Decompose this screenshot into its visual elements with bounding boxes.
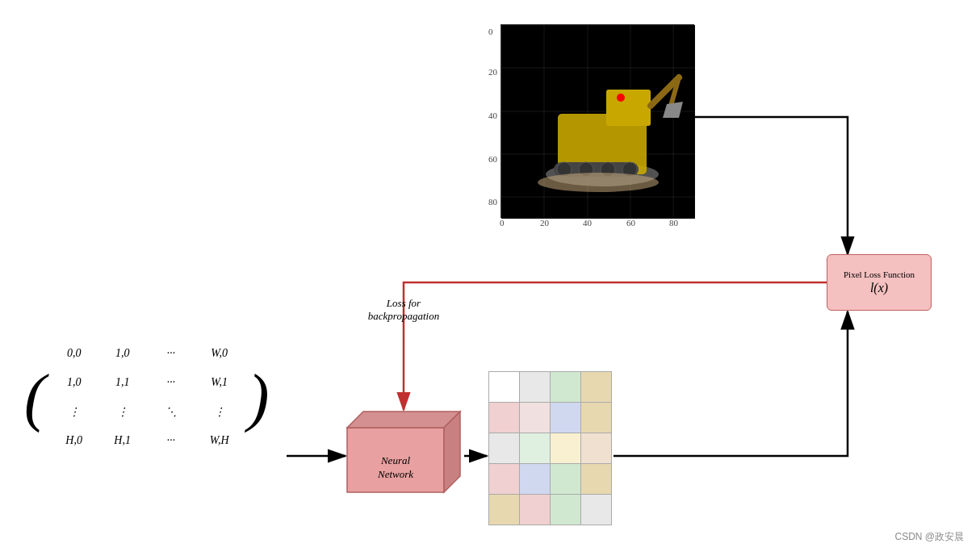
matrix-cell: H,0 <box>65 434 82 447</box>
pixel-cell <box>551 495 581 525</box>
neural-network-box: Neural Network <box>347 412 468 504</box>
matrix-cell: 1,1 <box>115 376 130 389</box>
loss-label: Loss forbackpropagation <box>347 297 460 323</box>
y-axis-label-20: 20 <box>488 67 497 77</box>
pixel-loss-formula: l(x) <box>870 281 888 295</box>
watermark: CSDN @政安晨 <box>894 530 964 544</box>
pixel-cell <box>551 464 581 495</box>
matrix-cell: ··· <box>166 347 175 360</box>
pixel-cell <box>551 403 581 433</box>
matrix-container: ( 0,0 1,0 ··· W,0 1,0 1,1 ··· W,1 ⋮ ⋮ ⋱ … <box>24 339 269 455</box>
matrix-cell: W,1 <box>211 376 228 389</box>
pixel-cell <box>581 433 612 464</box>
matrix-right-paren: ) <box>248 365 270 429</box>
table-row <box>489 433 612 464</box>
matrix-cell: 1,0 <box>115 347 130 360</box>
matrix-cell: 1,0 <box>67 376 82 389</box>
svg-point-35 <box>538 173 659 192</box>
matrix-cell: 0,0 <box>67 347 82 360</box>
y-axis-label-60: 60 <box>488 154 497 164</box>
matrix-content: 0,0 1,0 ··· W,0 1,0 1,1 ··· W,1 ⋮ ⋮ ⋱ ⋮ … <box>50 339 244 455</box>
svg-rect-25 <box>606 90 651 126</box>
nn-box-svg: Neural Network <box>347 412 468 500</box>
matrix-cell: ⋱ <box>165 405 177 419</box>
y-axis-label-40: 40 <box>488 111 497 120</box>
pixel-loss-function-box: Pixel Loss Function l(x) <box>827 254 932 311</box>
pixel-grid <box>488 371 612 525</box>
pixel-cell <box>489 372 520 403</box>
bulldozer-image-svg <box>501 25 695 219</box>
y-axis-label-0: 0 <box>488 27 493 36</box>
matrix-cell: ··· <box>166 376 175 389</box>
pixel-cell <box>489 433 520 464</box>
matrix-cell: ⋮ <box>69 405 80 419</box>
pixel-cell <box>581 372 612 403</box>
table-row <box>489 464 612 495</box>
matrix-cell: H,1 <box>114 434 131 447</box>
svg-marker-6 <box>347 412 460 428</box>
table-row <box>489 403 612 433</box>
pixel-cell <box>551 372 581 403</box>
matrix-cell: W,0 <box>211 347 228 360</box>
pixel-cell <box>551 433 581 464</box>
matrix-cell: ⋮ <box>117 405 128 419</box>
pixel-cell <box>520 372 551 403</box>
table-row <box>489 495 612 525</box>
table-row <box>489 372 612 403</box>
pixel-cell <box>489 495 520 525</box>
pixel-cell <box>520 433 551 464</box>
pixel-cell <box>520 464 551 495</box>
svg-point-34 <box>617 94 625 102</box>
pixel-cell <box>581 495 612 525</box>
svg-text:Network: Network <box>377 468 413 480</box>
matrix-cell: W,H <box>210 434 229 447</box>
y-axis-label-80: 80 <box>488 197 497 207</box>
pixel-cell <box>520 495 551 525</box>
x-axis-label-80: 80 <box>669 218 678 228</box>
matrix-cell: ··· <box>166 434 175 447</box>
pixel-cell <box>581 464 612 495</box>
pixel-cell <box>489 464 520 495</box>
image-container <box>500 24 694 218</box>
pixel-grid-table <box>488 371 612 525</box>
x-axis-label-0: 0 <box>500 218 505 228</box>
x-axis-label-40: 40 <box>583 218 592 228</box>
diagram-container: ( 0,0 1,0 ··· W,0 1,0 1,1 ··· W,1 ⋮ ⋮ ⋱ … <box>0 0 980 556</box>
matrix-left-paren: ( <box>24 365 46 429</box>
svg-text:Neural: Neural <box>380 454 411 466</box>
pixel-loss-title: Pixel Loss Function <box>844 270 915 279</box>
pixel-cell <box>581 403 612 433</box>
x-axis-label-20: 20 <box>540 218 549 228</box>
matrix-cell: ⋮ <box>214 405 225 419</box>
pixel-cell <box>520 403 551 433</box>
x-axis-label-60: 60 <box>626 218 635 228</box>
pixel-cell <box>489 403 520 433</box>
